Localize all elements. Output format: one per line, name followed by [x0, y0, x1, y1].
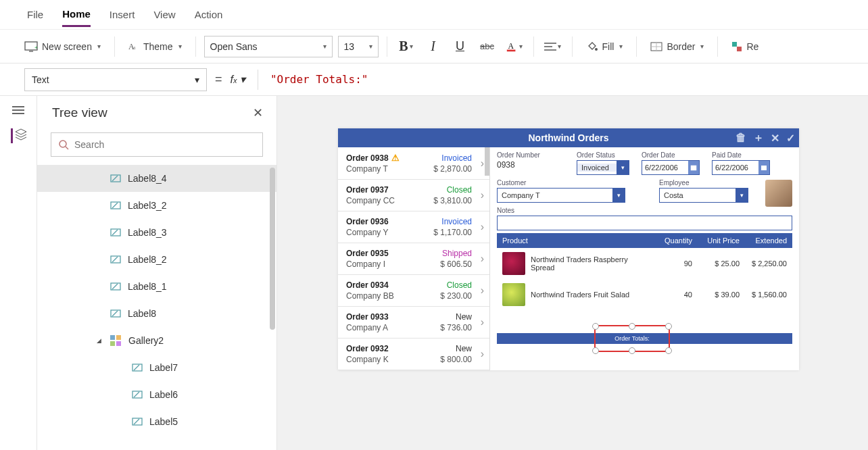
reorder-icon — [731, 41, 742, 52]
tab-action[interactable]: Action — [195, 3, 223, 26]
theme-button[interactable]: Aa Theme▾ — [123, 41, 187, 52]
order-row[interactable]: Order 0934ClosedCompany BB$ 230.00› — [338, 275, 489, 307]
fill-button[interactable]: Fill▾ — [581, 41, 629, 53]
svg-rect-31 — [116, 335, 121, 340]
svg-line-17 — [66, 147, 68, 149]
svg-line-29 — [112, 311, 118, 316]
canvas[interactable]: Northwind Orders 🗑 ＋ ✕ ✓ Order 0938⚠Invo… — [277, 96, 868, 450]
italic-button[interactable]: I — [423, 36, 444, 57]
order-row[interactable]: Order 0936InvoicedCompany Y$ 1,170.00› — [338, 211, 489, 243]
tree-item[interactable]: Label8_3 — [37, 219, 276, 246]
hamburger-icon[interactable] — [12, 104, 24, 116]
menu-bar: File Home Insert View Action — [0, 0, 868, 30]
tree-list: Label8_4Label3_2Label8_3Label8_2Label8_1… — [37, 165, 276, 450]
main-area: Tree view ✕ Label8_4Label3_2Label8_3Labe… — [0, 96, 868, 450]
order-status-select[interactable]: Invoiced▾ — [577, 160, 629, 175]
svg-rect-6 — [507, 49, 516, 51]
tree-item[interactable]: Label5 — [37, 408, 276, 435]
align-icon — [544, 41, 556, 53]
tree-item[interactable]: Label3_2 — [37, 192, 276, 219]
formula-input[interactable]: "Order Totals:" — [270, 73, 368, 86]
svg-rect-40 — [691, 166, 696, 170]
new-screen-button[interactable]: + New screen▾ — [19, 41, 106, 52]
font-size-select[interactable]: 13▾ — [338, 36, 379, 57]
screen-icon: + — [24, 41, 38, 52]
property-select[interactable]: Text▾ — [24, 68, 207, 91]
formula-bar: Text▾ = fx ▾ "Order Totals:" — [0, 64, 868, 96]
left-rail — [0, 96, 37, 450]
delete-icon[interactable]: 🗑 — [736, 132, 746, 144]
reorder-button[interactable]: Re — [726, 41, 764, 52]
add-icon[interactable]: ＋ — [753, 131, 764, 145]
svg-rect-41 — [761, 166, 767, 170]
tree-item[interactable]: Label8_4 — [37, 165, 276, 192]
svg-rect-30 — [110, 335, 115, 340]
svg-line-23 — [112, 230, 118, 235]
employee-select[interactable]: Costa▾ — [659, 188, 748, 203]
svg-text:a: a — [133, 45, 136, 51]
order-row[interactable]: Order 0933NewCompany A$ 736.00› — [338, 307, 489, 339]
order-row[interactable]: Order 0937ClosedCompany CC$ 3,810.00› — [338, 180, 489, 211]
search-icon — [58, 139, 69, 150]
order-row[interactable]: Order 0935ShippedCompany I$ 606.50› — [338, 243, 489, 275]
tree-title: Tree view — [52, 105, 107, 120]
tree-panel: Tree view ✕ Label8_4Label3_2Label8_3Labe… — [37, 96, 277, 450]
font-color-icon: A — [506, 41, 518, 53]
scrollbar[interactable] — [270, 168, 275, 330]
app-title-bar: Northwind Orders 🗑 ＋ ✕ ✓ — [338, 128, 799, 147]
svg-rect-15 — [737, 47, 742, 51]
selected-control[interactable]: Order Totals: — [594, 325, 670, 352]
product-row: Northwind Traders Fruit Salad40$ 39.00$ … — [497, 279, 792, 310]
svg-line-21 — [112, 203, 118, 208]
tree-item[interactable]: Label7 — [37, 354, 276, 381]
svg-line-37 — [134, 392, 139, 397]
svg-line-27 — [112, 284, 118, 289]
tab-insert[interactable]: Insert — [110, 3, 135, 26]
order-date-input[interactable]: 6/22/2006 — [642, 160, 700, 175]
tree-item[interactable]: Label8 — [37, 300, 276, 327]
fx-button[interactable]: fx ▾ — [231, 73, 245, 86]
tree-view-icon[interactable] — [11, 128, 26, 143]
strike-button[interactable]: abc — [477, 36, 498, 57]
equals-label: = — [215, 72, 222, 86]
svg-rect-32 — [110, 341, 115, 346]
search-input[interactable] — [51, 132, 263, 157]
ribbon: + New screen▾ Aa Theme▾ Open Sans▾ 13▾ B… — [0, 30, 868, 64]
svg-text:+: + — [34, 45, 38, 51]
font-color-button[interactable]: A▾ — [504, 36, 525, 57]
product-row: Northwind Traders Raspberry Spread90$ 25… — [497, 248, 792, 279]
svg-line-25 — [112, 257, 118, 262]
underline-button[interactable]: U — [450, 36, 471, 57]
order-row[interactable]: Order 0938⚠InvoicedCompany T$ 2,870.00› — [338, 147, 489, 180]
tab-file[interactable]: File — [27, 3, 43, 26]
svg-point-16 — [59, 141, 66, 147]
svg-point-10 — [595, 48, 598, 51]
accept-icon[interactable]: ✓ — [786, 132, 795, 145]
tree-item[interactable]: Label8_1 — [37, 273, 276, 300]
tree-item[interactable]: Label6 — [37, 381, 276, 408]
customer-select[interactable]: Company T▾ — [497, 188, 625, 203]
employee-avatar — [765, 180, 792, 207]
app-preview: Northwind Orders 🗑 ＋ ✕ ✓ Order 0938⚠Invo… — [338, 128, 799, 370]
svg-line-35 — [134, 365, 139, 370]
theme-icon: Aa — [128, 41, 139, 52]
tab-view[interactable]: View — [153, 3, 175, 26]
align-button[interactable]: ▾ — [542, 36, 564, 57]
order-row[interactable]: Order 0932NewCompany K$ 800.00› — [338, 339, 489, 370]
paid-date-input[interactable]: 6/22/2006 — [712, 160, 770, 175]
tree-item[interactable]: Label8_2 — [37, 246, 276, 273]
border-button[interactable]: Border▾ — [645, 41, 709, 52]
bold-button[interactable]: B▾ — [395, 36, 417, 57]
border-icon — [650, 42, 662, 51]
notes-input[interactable] — [497, 216, 792, 230]
tab-home[interactable]: Home — [62, 3, 91, 27]
orders-list: Order 0938⚠InvoicedCompany T$ 2,870.00›O… — [338, 147, 490, 370]
svg-text:A: A — [508, 41, 514, 50]
products-header: Product Quantity Unit Price Extended — [497, 233, 792, 248]
cancel-icon[interactable]: ✕ — [771, 132, 779, 145]
tree-item-gallery[interactable]: ◢Gallery2 — [37, 327, 276, 354]
close-icon[interactable]: ✕ — [253, 105, 263, 120]
font-select[interactable]: Open Sans▾ — [204, 36, 333, 57]
order-number-value: 0938 — [497, 160, 564, 170]
svg-line-39 — [134, 419, 139, 424]
